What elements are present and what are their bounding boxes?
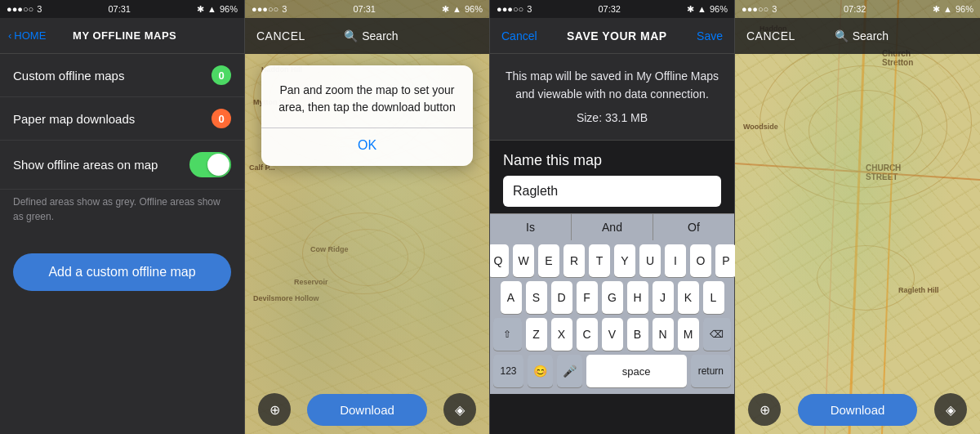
compass-button-2[interactable]: ⊕ — [258, 393, 291, 426]
search-icon-2: 🔍 — [344, 29, 358, 43]
toggle-knob — [207, 154, 229, 176]
signal-icon: ●●●○○ — [7, 4, 33, 14]
key-c[interactable]: C — [577, 318, 598, 351]
suggestion-of[interactable]: Of — [653, 214, 734, 240]
key-q[interactable]: Q — [488, 244, 509, 277]
carrier-3: 3 — [527, 4, 532, 14]
key-b[interactable]: B — [627, 318, 648, 351]
key-r[interactable]: R — [564, 244, 585, 277]
compass-icon-2: ⊕ — [270, 402, 280, 418]
save-description-text: This map will be saved in My Offline Map… — [506, 69, 719, 101]
keyboard-row-2: A S D F G H J K L — [490, 277, 734, 314]
search-label-2: Search — [362, 29, 398, 43]
battery-2: 96% — [465, 4, 483, 14]
custom-offline-maps-item[interactable]: Custom offline maps 0 — [0, 54, 244, 97]
key-j[interactable]: J — [653, 281, 674, 314]
layers-button-4[interactable]: ◈ — [934, 393, 967, 426]
key-u[interactable]: U — [639, 244, 661, 277]
paper-map-downloads-item[interactable]: Paper map downloads 0 — [0, 97, 244, 141]
page-title-1: MY OFFLINE MAPS — [13, 29, 236, 42]
key-e[interactable]: E — [538, 244, 559, 277]
bluetooth-icon-3: ✱ — [687, 4, 694, 15]
key-p[interactable]: P — [715, 244, 737, 277]
key-k[interactable]: K — [678, 281, 699, 314]
key-n[interactable]: N — [653, 318, 674, 351]
key-x[interactable]: X — [551, 318, 572, 351]
name-input[interactable]: Ragleth — [503, 176, 721, 207]
key-emoji[interactable]: 😊 — [528, 355, 553, 387]
bluetooth-icon: ✱ — [197, 4, 204, 15]
key-d[interactable]: D — [551, 281, 572, 314]
offline-areas-label: Show offline areas on map — [13, 158, 158, 172]
map-nav-4: CANCEL 🔍 Search — [735, 18, 980, 54]
carrier-2: 3 — [282, 4, 287, 14]
name-section: Name this map Ragleth — [490, 141, 734, 213]
save-nav: Cancel SAVE YOUR MAP Save — [490, 18, 734, 54]
keyboard-bottom-row: 123 😊 🎤 space return — [490, 351, 734, 394]
map-nav-2: CANCEL 🔍 Search — [245, 18, 489, 54]
search-bar-2[interactable]: 🔍 Search — [344, 29, 398, 43]
signal-icon-2: ●●●○○ — [252, 4, 278, 14]
carrier-4: 3 — [772, 4, 777, 14]
key-shift[interactable]: ⇧ — [493, 318, 522, 351]
key-123[interactable]: 123 — [493, 355, 523, 387]
save-size: Size: 33.1 MB — [503, 104, 721, 127]
status-left-1: ●●●○○ 3 — [7, 4, 42, 14]
key-h[interactable]: H — [627, 281, 648, 314]
save-cancel-button[interactable]: Cancel — [501, 29, 537, 43]
screen-save-map: ●●●○○ 3 07:32 ✱ ▲ 96% Cancel SAVE YOUR M… — [490, 0, 735, 434]
key-z[interactable]: Z — [526, 318, 547, 351]
key-space[interactable]: space — [586, 355, 687, 387]
key-f[interactable]: F — [577, 281, 598, 314]
bluetooth-icon-2: ✱ — [442, 4, 449, 15]
key-y[interactable]: Y — [614, 244, 635, 277]
key-s[interactable]: S — [526, 281, 547, 314]
battery-3: 96% — [710, 4, 728, 14]
paper-map-downloads-label: Paper map downloads — [13, 112, 135, 126]
layers-button-2[interactable]: ◈ — [443, 393, 476, 426]
key-o[interactable]: O — [690, 244, 711, 277]
download-button-2[interactable]: Download — [307, 394, 427, 426]
key-w[interactable]: W — [513, 244, 534, 277]
add-custom-map-button[interactable]: Add a custom offline map — [13, 253, 231, 291]
time-1: 07:31 — [108, 4, 131, 14]
offline-hint: Defined areas show as grey. Offline area… — [0, 190, 244, 237]
search-bar-4[interactable]: 🔍 Search — [835, 29, 889, 43]
carrier: 3 — [37, 4, 42, 14]
map-bottom-2: ⊕ Download ◈ — [245, 385, 489, 434]
offline-areas-toggle[interactable] — [189, 152, 231, 177]
key-return[interactable]: return — [691, 355, 731, 387]
status-left-2: ●●●○○ 3 — [252, 4, 287, 14]
status-right-2: ✱ ▲ 96% — [442, 4, 483, 15]
save-description: This map will be saved in My Offline Map… — [490, 54, 734, 141]
back-chevron-icon: ‹ — [8, 29, 11, 42]
screen-map-pan: Haddon Hill Cow Ridge Reservoir Mytton W… — [245, 0, 490, 434]
key-delete[interactable]: ⌫ — [703, 318, 732, 351]
compass-button-4[interactable]: ⊕ — [748, 393, 781, 426]
time-4: 07:32 — [844, 4, 866, 14]
compass-icon-4: ⊕ — [760, 402, 770, 418]
dialog-ok-button[interactable]: OK — [274, 128, 460, 153]
map-bottom-4: ⊕ Download ◈ — [735, 385, 980, 434]
suggestion-is[interactable]: Is — [490, 214, 572, 240]
key-l[interactable]: L — [703, 281, 724, 314]
key-mic[interactable]: 🎤 — [557, 355, 582, 387]
download-button-4[interactable]: Download — [798, 394, 918, 426]
key-v[interactable]: V — [602, 318, 623, 351]
screen-map-download: ChurchStretton CHURCHSTREET Ragleth Hill… — [735, 0, 980, 434]
time-2: 07:31 — [353, 4, 376, 14]
status-bar-3: ●●●○○ 3 07:32 ✱ ▲ 96% — [490, 0, 734, 18]
suggestion-and[interactable]: And — [572, 214, 653, 240]
key-t[interactable]: T — [589, 244, 610, 277]
key-m[interactable]: M — [678, 318, 699, 351]
dialog-box: Pan and zoom the map to set your area, t… — [261, 65, 473, 166]
cancel-button-4[interactable]: CANCEL — [746, 29, 795, 43]
keyboard-row-3: ⇧ Z X C V B N M ⌫ — [490, 314, 734, 351]
save-button[interactable]: Save — [697, 29, 723, 43]
key-i[interactable]: I — [665, 244, 686, 277]
battery: 96% — [220, 4, 238, 14]
search-label-4: Search — [853, 29, 889, 43]
key-a[interactable]: A — [501, 281, 522, 314]
key-g[interactable]: G — [602, 281, 623, 314]
cancel-button-2[interactable]: CANCEL — [256, 29, 305, 43]
